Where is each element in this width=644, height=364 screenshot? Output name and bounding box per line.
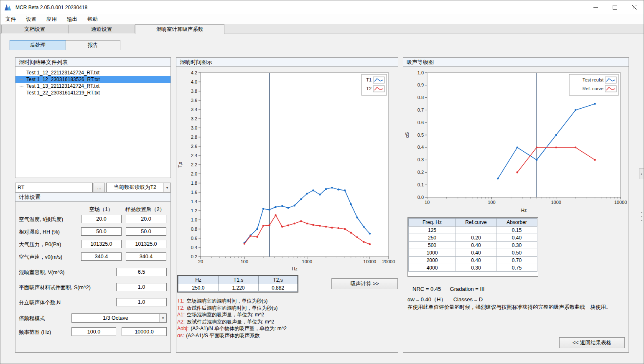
- subtab-postprocess[interactable]: 后处理: [10, 40, 66, 50]
- svg-text:1.4: 1.4: [191, 199, 197, 204]
- file-list-item-selected[interactable]: Test 1_12_230316183526_RT.txt: [15, 76, 171, 83]
- data-read-combo[interactable]: 当前数据读取为T2 ▾: [106, 183, 171, 192]
- absorption-calc-button[interactable]: 吸声计算 >>: [331, 278, 398, 289]
- rating-chart[interactable]: 101001000100000.00.10.20.30.40.50.60.70.…: [403, 67, 629, 213]
- rating-header-freq: Freq. Hz: [409, 219, 456, 227]
- maximize-icon: [613, 5, 617, 10]
- cell-absorber: 0.15: [496, 227, 537, 234]
- sound-speed-field-1[interactable]: [81, 252, 122, 261]
- file-list-item[interactable]: Test 1_13_221123142724_RT.txt: [15, 83, 171, 89]
- column-header-empty-room: 空场（1）: [78, 206, 124, 213]
- close-button[interactable]: [624, 0, 644, 14]
- humidity-label: 相对湿度, RH (%): [19, 229, 60, 236]
- cell-absorber: 0.30: [496, 242, 537, 249]
- svg-text:1.6: 1.6: [191, 190, 197, 195]
- svg-text:T2: T2: [366, 86, 372, 91]
- svg-text:2.4: 2.4: [191, 153, 197, 158]
- collapse-panel-button[interactable]: ‹: [639, 168, 644, 179]
- rt-chart[interactable]: 20100100010000200000.20.40.60.81.01.21.4…: [176, 67, 398, 272]
- file-list-panel: 混时间结果文件列表 Test 1_12_221123142724_RT.txt …: [15, 57, 171, 178]
- app-window: MCR Beta 2.05.0.001 20230418 文件 设置 应用 输出…: [0, 0, 644, 364]
- menu-output[interactable]: 输出: [62, 14, 82, 24]
- svg-text:0.7: 0.7: [417, 107, 424, 112]
- classes-value: Classes = D: [453, 296, 483, 303]
- humidity-field-2[interactable]: [126, 227, 166, 236]
- legend-note-t1: T1:空场混响室的混响时间，单位为秒(s): [177, 298, 287, 305]
- aw-summary: αw = 0.40（H） Classes = D: [407, 296, 483, 303]
- temperature-label: 空气温度, t(摄氏度): [19, 216, 63, 223]
- absorber-count-field[interactable]: [116, 298, 167, 306]
- cell-freq: 2000: [409, 257, 456, 264]
- legend-notes: T1:空场混响室的混响时间，单位为秒(s) T2:放试件后混响室的混响时间，单位…: [177, 298, 287, 339]
- minimize-button[interactable]: [586, 0, 605, 14]
- svg-text:4.0: 4.0: [191, 79, 197, 84]
- svg-text:0.0: 0.0: [417, 195, 424, 200]
- temperature-field-2[interactable]: [126, 215, 166, 223]
- pressure-field-2[interactable]: [126, 240, 166, 248]
- calc-settings-title: 计算设置: [19, 193, 41, 201]
- tab-channel-settings[interactable]: 通道设置: [68, 25, 135, 33]
- gradation-value: Gradation = III: [450, 286, 485, 292]
- svg-text:1.2: 1.2: [191, 208, 197, 213]
- cell-absorber: 0.70: [496, 257, 537, 264]
- rt-chart-title: 混响时间图示: [180, 59, 212, 66]
- svg-text:0.6: 0.6: [191, 236, 197, 241]
- sound-speed-field-2[interactable]: [126, 252, 166, 261]
- usage-advice: 在使用此单值评价量的时候，强烈建议与按照标准获得的完整的吸声系数曲线一块使用。: [407, 304, 611, 311]
- svg-text:3.4: 3.4: [191, 107, 197, 112]
- legend-note-a2: A2:放试件后混响室的吸声量，单位为: m^2: [177, 318, 287, 326]
- svg-text:0.8: 0.8: [191, 227, 197, 232]
- octave-mode-combo[interactable]: 1/3 Octave ▾: [71, 313, 167, 323]
- browse-button[interactable]: ...: [94, 183, 105, 192]
- svg-text:Hz: Hz: [521, 208, 527, 213]
- table-row: 4000 0.30 0.75: [409, 264, 537, 272]
- humidity-field-1[interactable]: [81, 227, 122, 236]
- svg-text:0.3: 0.3: [417, 157, 424, 162]
- rating-panel: 吸声等级图 101001000100000.00.10.20.30.40.50.…: [403, 57, 629, 353]
- subtab-report[interactable]: 报告: [66, 40, 120, 50]
- svg-text:3.8: 3.8: [191, 89, 197, 94]
- table-row: 125 0.15: [409, 227, 537, 234]
- cell-freq: 125: [409, 227, 456, 234]
- rt-name-input[interactable]: [15, 183, 93, 192]
- data-read-combo-value: 当前数据读取为T2: [107, 184, 163, 191]
- temperature-field-1[interactable]: [81, 215, 122, 223]
- svg-text:10000: 10000: [614, 200, 627, 205]
- svg-text:3.6: 3.6: [191, 98, 197, 103]
- table-row: 250 0.20 0.40: [409, 234, 537, 242]
- room-volume-field[interactable]: [116, 268, 167, 276]
- svg-text:2.6: 2.6: [191, 144, 197, 149]
- cell-absorber: 0.50: [496, 249, 537, 257]
- cell-freq: 250: [409, 234, 456, 242]
- pressure-field-1[interactable]: [81, 240, 122, 248]
- tab-reverb-absorption[interactable]: 混响室计算吸声系数: [135, 24, 224, 34]
- file-list-title: 混时间结果文件列表: [19, 59, 68, 66]
- svg-text:100: 100: [488, 200, 495, 205]
- svg-text:2.2: 2.2: [191, 162, 197, 167]
- rt-readout-table: Hz T1,s T2,s 250.0 1.220 0.882: [177, 275, 298, 293]
- splitter-grip[interactable]: [641, 209, 643, 224]
- back-to-results-button[interactable]: << 返回结果表格: [559, 337, 625, 348]
- svg-text:2.8: 2.8: [191, 135, 197, 140]
- readout-header-t1: T1,s: [219, 276, 259, 284]
- freq-max-field[interactable]: [122, 327, 167, 336]
- rating-table: Freq. Hz Ref.curve Absorber 125 0.15 250…: [407, 217, 538, 277]
- menu-application[interactable]: 应用: [41, 14, 62, 24]
- sample-area-field[interactable]: [116, 283, 167, 291]
- tab-document-settings[interactable]: 文档设置: [1, 25, 68, 33]
- legend-note-aobj: Aobj:(A2-A1)/N 单个物体的吸声量，单位为: m^2: [177, 325, 287, 332]
- chevron-down-icon: ▾: [163, 183, 171, 192]
- menu-settings[interactable]: 设置: [21, 14, 41, 24]
- rt-chart-panel: 混响时间图示 20100100010000200000.20.40.60.81.…: [176, 57, 398, 353]
- file-list-item[interactable]: Test 1_22_230316141219_RT.txt: [15, 89, 171, 96]
- file-list-item[interactable]: Test 1_12_221123142724_RT.txt: [15, 69, 171, 76]
- svg-text:1000: 1000: [302, 259, 312, 264]
- rt-file-list: Test 1_12_221123142724_RT.txt Test 1_12_…: [15, 67, 171, 178]
- menu-help[interactable]: 帮助: [82, 14, 103, 24]
- sound-speed-label: 空气声速，v0(m/s): [19, 254, 62, 261]
- maximize-button[interactable]: [605, 0, 624, 14]
- svg-text:0.1: 0.1: [417, 182, 424, 187]
- menu-file[interactable]: 文件: [0, 14, 21, 24]
- freq-min-field[interactable]: [71, 327, 116, 336]
- svg-text:2.0: 2.0: [191, 171, 197, 176]
